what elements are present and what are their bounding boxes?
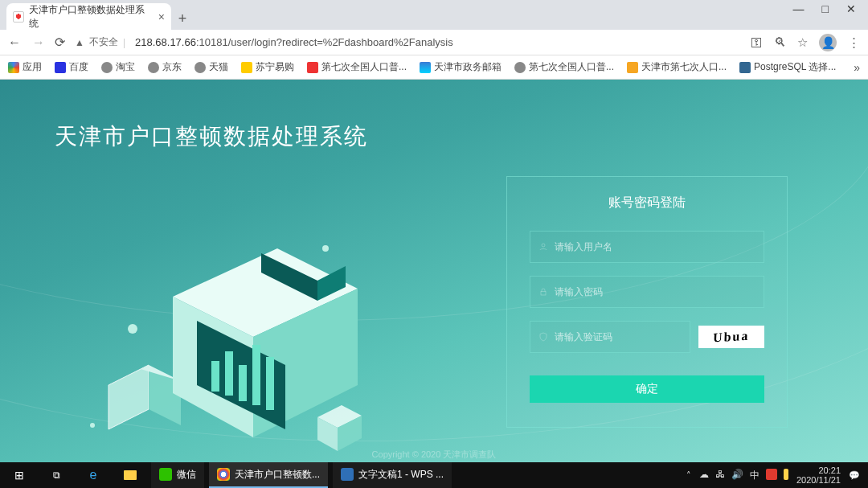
sogou-icon[interactable] <box>766 469 777 480</box>
explorer-pinned-icon[interactable] <box>114 462 146 488</box>
taskbar-clock[interactable]: 20:21 2020/11/21 <box>796 465 841 485</box>
svg-marker-0 <box>108 365 149 429</box>
globe-icon <box>101 62 113 73</box>
bookmark-item[interactable]: 苏宁易购 <box>241 60 294 74</box>
bookmark-favicon <box>55 62 66 73</box>
shield-icon <box>538 332 548 342</box>
svg-rect-21 <box>541 292 546 296</box>
forward-button[interactable]: → <box>32 35 45 50</box>
profile-avatar[interactable]: 👤 <box>819 34 837 51</box>
bookmark-favicon <box>307 62 318 73</box>
task-label: 微信 <box>177 468 196 482</box>
bookmark-favicon <box>241 62 252 73</box>
tab-favicon <box>13 11 24 23</box>
tab-close-icon[interactable]: × <box>158 10 165 23</box>
browser-tab-bar: 天津市户口整顿数据处理系统 × + <box>0 0 868 30</box>
reload-button[interactable]: ⟳ <box>55 35 65 50</box>
bookmark-item[interactable]: PostgreSQL 选择... <box>739 60 836 74</box>
taskbar-task[interactable]: 文字文稿1 - WPS ... <box>333 462 452 488</box>
username-row <box>530 231 764 263</box>
svg-point-18 <box>90 423 95 428</box>
minimize-button[interactable]: — <box>793 2 805 10</box>
svg-rect-11 <box>266 357 274 410</box>
bookmark-item[interactable]: 第七次全国人口普... <box>514 60 614 74</box>
bookmark-favicon <box>420 62 431 73</box>
bookmark-item[interactable]: 京东 <box>148 60 182 74</box>
network-icon[interactable]: 🖧 <box>715 469 725 482</box>
tray-chevron-icon[interactable]: ˄ <box>686 470 691 481</box>
globe-icon <box>148 62 159 73</box>
back-button[interactable]: ← <box>8 35 21 50</box>
security-label: 不安全 <box>89 35 118 49</box>
volume-icon[interactable]: 🔊 <box>731 469 743 482</box>
key-icon[interactable]: ⚿ <box>751 35 763 49</box>
task-label: 天津市户口整顿数... <box>235 468 320 482</box>
svg-point-20 <box>542 244 545 247</box>
bookmarks-bar: 应用 百度 淘宝 京东 天猫 苏宁易购 第七次全国人口普... 天津市政务邮箱 … <box>0 55 868 80</box>
bookmark-item[interactable]: 天猫 <box>194 60 228 74</box>
svg-rect-8 <box>225 351 233 396</box>
apps-button[interactable]: 应用 <box>8 60 42 74</box>
url-display[interactable]: 218.68.17.66:10181/user/login?redirect=%… <box>135 36 741 48</box>
wechat-icon <box>159 468 172 481</box>
search-icon[interactable]: 🔍︎ <box>774 35 786 49</box>
security-indicator[interactable]: ▲ 不安全 | <box>75 35 125 49</box>
captcha-image[interactable]: Ubua <box>698 326 764 348</box>
chrome-icon <box>217 468 230 481</box>
tab-title: 天津市户口整顿数据处理系统 <box>29 3 154 31</box>
task-label: 文字文稿1 - WPS ... <box>358 468 444 482</box>
bookmark-item[interactable]: 天津市政务邮箱 <box>420 60 502 74</box>
apps-icon <box>8 62 19 73</box>
system-tray: ˄ ☁ 🖧 🔊 中 20:21 2020/11/21 💬 <box>686 465 868 485</box>
start-button[interactable]: ⊞ <box>3 462 35 488</box>
bookmark-item[interactable]: 天津市第七次人口... <box>627 60 727 74</box>
task-view-button[interactable]: ⧉ <box>40 462 72 488</box>
captcha-input[interactable] <box>555 331 682 342</box>
svg-rect-7 <box>211 361 219 392</box>
bookmark-favicon <box>739 62 751 73</box>
page-content: 天津市户口整顿数据处理系统 <box>0 80 868 472</box>
close-window-button[interactable]: ✕ <box>846 2 856 10</box>
star-icon[interactable]: ☆ <box>797 35 808 50</box>
login-header: 账号密码登陆 <box>530 195 764 211</box>
lock-icon <box>538 287 548 297</box>
address-bar: ← → ⟳ ▲ 不安全 | 218.68.17.66:10181/user/lo… <box>0 30 868 55</box>
taskbar-task[interactable]: 天津市户口整顿数... <box>209 462 328 488</box>
username-input[interactable] <box>555 241 755 252</box>
page-title: 天津市户口整顿数据处理系统 <box>55 121 368 152</box>
user-icon <box>538 242 548 252</box>
globe-icon <box>514 62 526 73</box>
bookmarks-overflow[interactable]: » <box>854 61 860 74</box>
svg-point-19 <box>322 245 329 252</box>
taskbar-task[interactable]: 微信 <box>151 462 204 488</box>
login-panel: 账号密码登陆 Ubua 确定 <box>506 176 788 428</box>
svg-rect-9 <box>239 365 247 401</box>
maximize-button[interactable]: □ <box>822 2 829 10</box>
wps-icon <box>341 468 354 481</box>
notifications-icon[interactable]: 💬 <box>849 470 860 481</box>
tray-icon[interactable] <box>784 469 788 480</box>
warning-icon: ▲ <box>75 37 84 48</box>
password-row <box>530 276 764 308</box>
bookmark-item[interactable]: 百度 <box>55 60 88 74</box>
bookmark-item[interactable]: 第七次全国人口普... <box>307 60 407 74</box>
password-input[interactable] <box>555 286 755 297</box>
windows-taskbar: ⊞ ⧉ e 微信 天津市户口整顿数... 文字文稿1 - WPS ... ˄ ☁… <box>0 462 868 488</box>
bookmark-item[interactable]: 淘宝 <box>101 60 135 74</box>
copyright-text: Copyright © 2020 天津市调查队 <box>372 449 497 461</box>
svg-rect-10 <box>252 345 260 405</box>
captcha-row <box>530 321 690 353</box>
server-illustration <box>76 224 366 457</box>
globe-icon <box>194 62 206 73</box>
menu-icon[interactable]: ⋮ <box>848 35 860 50</box>
onedrive-icon[interactable]: ☁ <box>699 469 709 482</box>
ime-indicator[interactable]: 中 <box>750 469 760 482</box>
svg-point-17 <box>128 324 137 334</box>
browser-tab[interactable]: 天津市户口整顿数据处理系统 × <box>6 3 171 30</box>
edge-pinned-icon[interactable]: e <box>77 462 109 488</box>
new-tab-button[interactable]: + <box>171 7 194 30</box>
bookmark-favicon <box>627 62 638 73</box>
submit-button[interactable]: 确定 <box>530 375 764 403</box>
